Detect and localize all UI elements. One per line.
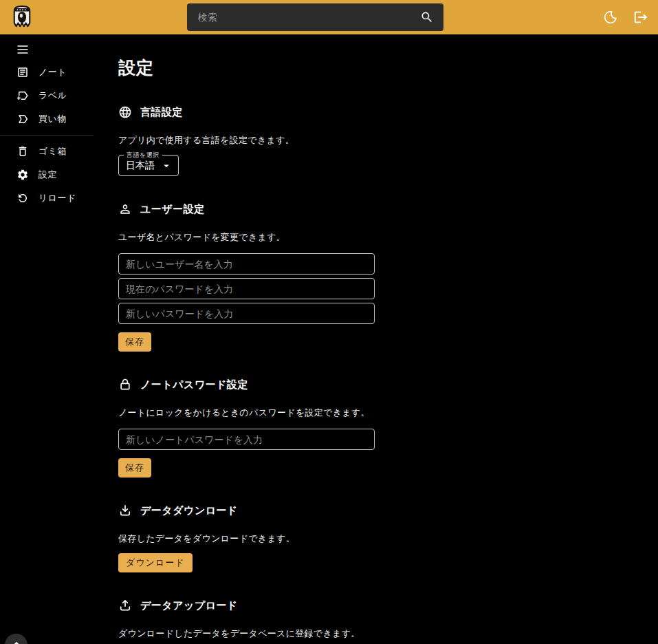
sidebar-item-labels[interactable]: ラベル <box>0 84 94 107</box>
new-password-input[interactable] <box>118 303 375 324</box>
section-description: 保存したデータをダウンロードできます。 <box>118 533 531 545</box>
app-bar <box>0 0 658 34</box>
section-download: データダウンロード 保存したデータをダウンロードできます。 ダウンロード <box>118 504 531 572</box>
chevron-down-icon <box>160 160 173 172</box>
person-icon <box>118 202 132 216</box>
topbar-actions <box>602 0 650 34</box>
reload-icon <box>17 192 29 204</box>
search-icon[interactable] <box>419 9 435 25</box>
upload-icon <box>118 599 132 612</box>
globe-icon <box>118 105 132 119</box>
language-select[interactable]: 言語を選択 日本語 <box>118 155 179 176</box>
download-button[interactable]: ダウンロード <box>118 553 193 572</box>
sidebar: ノート ラベル 買い物 ゴミ箱 <box>0 34 94 210</box>
dark-mode-moon-icon[interactable] <box>602 8 619 26</box>
sidebar-item-trash[interactable]: ゴミ箱 <box>0 140 94 163</box>
section-upload: データアップロード ダウンロードしたデータをデータベースに登録できます。 アップ… <box>118 599 531 644</box>
select-value: 日本語 <box>126 160 160 172</box>
app-logo[interactable] <box>12 5 32 30</box>
logout-icon[interactable] <box>632 8 650 26</box>
lock-icon <box>118 378 132 391</box>
menu-hamburger-icon[interactable] <box>16 43 30 56</box>
section-description: アプリ内で使用する言語を設定できます。 <box>118 134 531 147</box>
page-title: 設定 <box>118 56 531 79</box>
trash-icon <box>17 145 29 158</box>
search-input[interactable] <box>198 12 419 23</box>
section-user: ユーザー設定 ユーザ名とパスワードを変更できます。 保存 <box>118 202 531 352</box>
current-password-input[interactable] <box>118 278 375 299</box>
label-important-icon <box>17 113 29 125</box>
save-user-button[interactable]: 保存 <box>118 332 151 352</box>
section-description: ダウンロードしたデータをデータベースに登録できます。 <box>118 627 531 640</box>
sidebar-divider <box>0 135 94 136</box>
section-title: ユーザー設定 <box>140 203 205 216</box>
sidebar-item-shopping[interactable]: 買い物 <box>0 107 94 131</box>
scroll-to-top-button[interactable] <box>5 634 28 644</box>
section-title: データダウンロード <box>140 504 238 517</box>
section-description: ノートにロックをかけるときのパスワードを設定できます。 <box>118 407 531 419</box>
section-language: 言語設定 アプリ内で使用する言語を設定できます。 言語を選択 日本語 <box>118 105 531 176</box>
arrow-up-icon <box>11 640 22 644</box>
gear-icon <box>17 169 29 181</box>
settings-page: 設定 言語設定 アプリ内で使用する言語を設定できます。 言語を選択 日本語 <box>118 34 531 644</box>
section-title: ノートパスワード設定 <box>140 378 248 391</box>
sidebar-item-label: リロード <box>39 192 76 204</box>
sidebar-item-label: 買い物 <box>39 113 67 125</box>
sidebar-item-label: ラベル <box>39 89 67 102</box>
sidebar-item-notes[interactable]: ノート <box>0 61 94 84</box>
sidebar-item-label: ノート <box>39 66 67 78</box>
section-title: 言語設定 <box>140 106 183 119</box>
section-note-password: ノートパスワード設定 ノートにロックをかけるときのパスワードを設定できます。 保… <box>118 378 531 477</box>
save-note-password-button[interactable]: 保存 <box>118 458 151 477</box>
search-box <box>187 3 443 31</box>
new-label-icon <box>17 89 29 102</box>
new-username-input[interactable] <box>118 253 375 275</box>
download-icon <box>118 504 132 517</box>
sidebar-item-label: 設定 <box>39 169 57 181</box>
section-description: ユーザ名とパスワードを変更できます。 <box>118 231 531 244</box>
sidebar-item-label: ゴミ箱 <box>39 145 67 158</box>
new-note-password-input[interactable] <box>118 429 375 450</box>
sidebar-item-reload[interactable]: リロード <box>0 186 94 210</box>
note-icon <box>17 66 29 78</box>
section-title: データアップロード <box>140 599 238 612</box>
sidebar-item-settings[interactable]: 設定 <box>0 163 94 186</box>
select-floating-label: 言語を選択 <box>124 151 162 160</box>
